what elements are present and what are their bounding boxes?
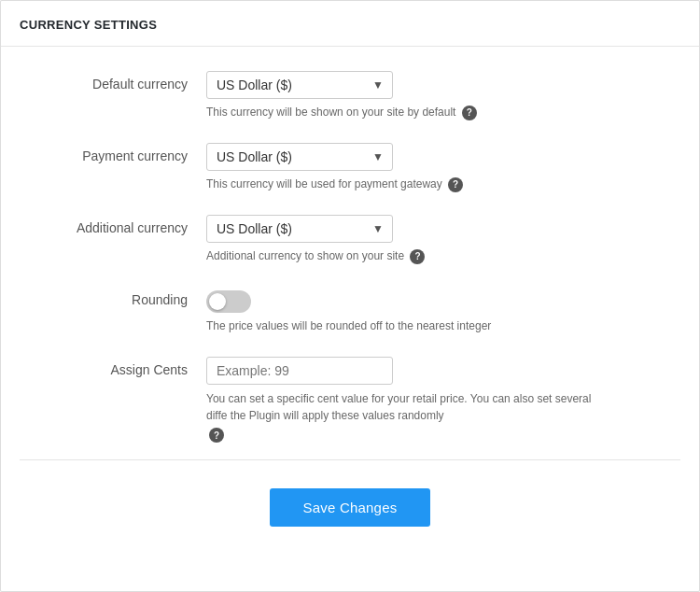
settings-card: CURRENCY SETTINGS Default currency US Do… [0, 0, 700, 592]
assign-cents-label: Assign Cents [20, 357, 206, 377]
divider [20, 459, 680, 460]
card-body: Default currency US Dollar ($) Euro (€) … [1, 47, 699, 564]
default-currency-help-icon[interactable]: ? [462, 106, 477, 120]
rounding-row: Rounding The price values will be rounde… [20, 272, 680, 342]
assign-cents-description: You can set a specific cent value for yo… [206, 390, 608, 424]
rounding-hint: The price values will be rounded off to … [206, 317, 680, 334]
additional-currency-row: Additional currency US Dollar ($) Euro (… [20, 200, 680, 272]
additional-currency-label: Additional currency [20, 215, 206, 235]
payment-currency-row: Payment currency US Dollar ($) Euro (€) … [20, 128, 680, 200]
save-changes-button[interactable]: Save Changes [270, 488, 431, 527]
default-currency-hint: This currency will be shown on your site… [206, 104, 680, 120]
assign-cents-row: Assign Cents You can set a specific cent… [20, 342, 680, 450]
payment-currency-select-wrapper: US Dollar ($) Euro (€) British Pound (£)… [206, 143, 393, 171]
additional-currency-help-icon[interactable]: ? [410, 249, 425, 264]
rounding-slider [206, 290, 251, 313]
save-button-wrap: Save Changes [20, 479, 680, 545]
default-currency-select-wrapper: US Dollar ($) Euro (€) British Pound (£)… [206, 71, 393, 99]
rounding-control: The price values will be rounded off to … [206, 287, 680, 334]
default-currency-control: US Dollar ($) Euro (€) British Pound (£)… [206, 71, 680, 120]
assign-cents-control: You can set a specific cent value for yo… [206, 357, 680, 443]
rounding-toggle[interactable] [206, 290, 251, 313]
card-header: CURRENCY SETTINGS [1, 1, 699, 47]
assign-cents-help-icon[interactable]: ? [209, 428, 224, 443]
rounding-label: Rounding [20, 287, 206, 307]
additional-currency-hint: Additional currency to show on your site… [206, 247, 680, 264]
default-currency-row: Default currency US Dollar ($) Euro (€) … [20, 56, 680, 128]
payment-currency-control: US Dollar ($) Euro (€) British Pound (£)… [206, 143, 680, 192]
page-title: CURRENCY SETTINGS [20, 18, 157, 32]
default-currency-label: Default currency [20, 71, 206, 92]
payment-currency-help-icon[interactable]: ? [448, 177, 463, 192]
payment-currency-hint: This currency will be used for payment g… [206, 176, 680, 192]
additional-currency-control: US Dollar ($) Euro (€) British Pound (£)… [206, 215, 680, 264]
payment-currency-label: Payment currency [20, 143, 206, 163]
additional-currency-select-wrapper: US Dollar ($) Euro (€) British Pound (£)… [206, 215, 393, 243]
additional-currency-select[interactable]: US Dollar ($) Euro (€) British Pound (£)… [206, 215, 393, 243]
assign-cents-input[interactable] [206, 357, 393, 385]
default-currency-select[interactable]: US Dollar ($) Euro (€) British Pound (£)… [206, 71, 393, 99]
payment-currency-select[interactable]: US Dollar ($) Euro (€) British Pound (£)… [206, 143, 393, 171]
rounding-toggle-wrap [206, 287, 680, 313]
